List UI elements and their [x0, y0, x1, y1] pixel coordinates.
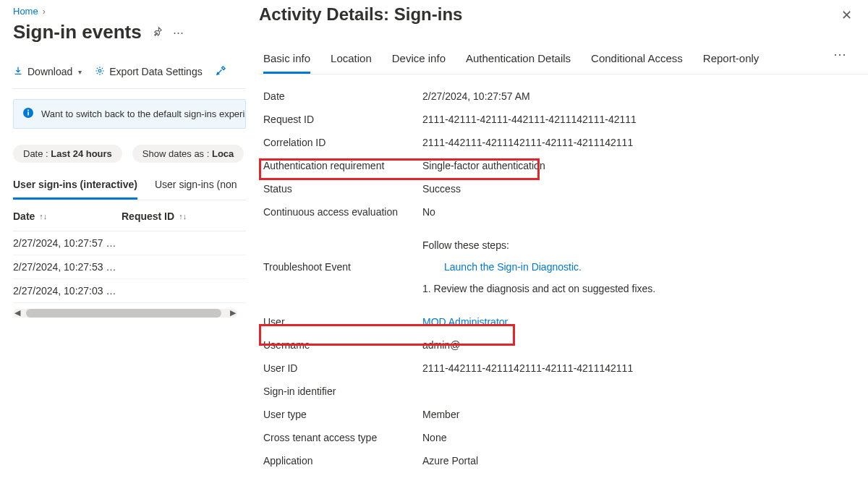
close-icon[interactable]: ✕ [841, 7, 852, 23]
export-label: Export Data Settings [109, 66, 202, 77]
details-title: Activity Details: Sign-ins [259, 4, 462, 25]
value-correlation-id: 2111-442111-4211142111-42111-4211142111 [422, 137, 633, 148]
tab-interactive[interactable]: User sign-ins (interactive) [13, 173, 137, 200]
value-user-type: Member [422, 409, 459, 420]
label-user: User [263, 316, 422, 328]
label-cross-tenant: Cross tenant access type [263, 432, 422, 443]
filter-show-label: Show dates as : [142, 148, 210, 159]
tab-conditional-access[interactable]: Conditional Access [591, 46, 683, 74]
value-user-id: 2111-442111-4211142111-42111-4211142111 [422, 362, 633, 374]
table-header: Date ↑↓ Request ID ↑↓ [13, 200, 246, 231]
cell-date: 2/27/2024, 10:27:57 … [13, 237, 122, 249]
column-date-label: Date [13, 210, 35, 222]
tab-device-info[interactable]: Device info [392, 46, 446, 74]
toolbar: Download ▾ Export Data Settings [13, 65, 246, 89]
scroll-left-icon[interactable]: ◀ [14, 308, 20, 318]
breadcrumb: Home › [13, 6, 246, 17]
kv-application: Application Azure Portal [263, 449, 868, 472]
column-request-id-label: Request ID [122, 210, 174, 222]
value-request-id: 2111-42111-42111-442111-4211142111-42111 [422, 114, 637, 125]
table-row[interactable]: 2/27/2024, 10:27:57 … [13, 231, 246, 255]
sort-icon: ↑↓ [39, 212, 47, 221]
cell-date: 2/27/2024, 10:27:53 … [13, 261, 122, 273]
signin-type-tabs: User sign-ins (interactive) User sign-in… [13, 173, 246, 200]
chevron-right-icon: › [43, 7, 46, 17]
gear-icon [95, 66, 105, 78]
kv-cae: Continuous access evaluation No [263, 200, 868, 223]
troubleshoot-follow: Follow these steps: [422, 239, 655, 251]
filter-showdates-pill[interactable]: Show dates as : Loca [132, 145, 244, 163]
svg-rect-2 [27, 112, 29, 116]
kv-signin-identifier: Sign-in identifier [263, 380, 868, 403]
label-date: Date [263, 90, 422, 102]
label-troubleshoot: Troubleshoot Event [263, 261, 422, 273]
horizontal-scrollbar[interactable]: ◀ ▶ [13, 309, 237, 318]
label-user-type: User type [263, 409, 422, 420]
tab-location[interactable]: Location [331, 46, 372, 74]
kv-user-id: User ID 2111-442111-4211142111-42111-421… [263, 357, 868, 380]
scroll-right-icon[interactable]: ▶ [230, 308, 236, 318]
kv-correlation-id: Correlation ID 2111-442111-4211142111-42… [263, 131, 868, 154]
label-username: Username [263, 339, 422, 351]
troubleshoot-step-1: 1. Review the diagnosis and act on sugge… [422, 283, 655, 294]
kv-username: Username admin@ [263, 333, 868, 357]
svg-point-0 [98, 69, 101, 72]
sort-icon: ↑↓ [179, 212, 187, 221]
table-row[interactable]: 2/27/2024, 10:27:03 … [13, 279, 246, 303]
page-title: Sign-in events [13, 21, 142, 43]
kv-user: User MOD Administrator [263, 310, 868, 333]
column-request-id[interactable]: Request ID ↑↓ [122, 210, 223, 222]
value-user-link[interactable]: MOD Administrator [422, 316, 508, 328]
details-header: Activity Details: Sign-ins ✕ [259, 4, 868, 25]
tab-authentication-details[interactable]: Authentication Details [466, 46, 571, 74]
download-button[interactable]: Download ▾ [13, 66, 82, 78]
cell-request-id [122, 237, 223, 249]
pin-icon[interactable] [152, 26, 163, 39]
value-cross-tenant: None [422, 432, 446, 443]
download-icon [13, 66, 23, 78]
kv-cross-tenant: Cross tenant access type None [263, 426, 868, 449]
filter-show-value: Loca [212, 148, 234, 159]
more-icon[interactable]: ⋯ [173, 26, 184, 39]
filter-pills: Date : Last 24 hours Show dates as : Loc… [13, 145, 246, 163]
label-status: Status [263, 183, 422, 195]
label-request-id: Request ID [263, 114, 422, 125]
value-application: Azure Portal [422, 455, 478, 467]
breadcrumb-home-link[interactable]: Home [13, 6, 38, 17]
label-cae: Continuous access evaluation [263, 206, 422, 218]
main-content: Home › Sign-in events ⋯ Download ▾ Expor… [0, 0, 246, 494]
kv-troubleshoot: Troubleshoot Event Follow these steps: L… [263, 223, 868, 310]
export-settings-button[interactable]: Export Data Settings [95, 66, 202, 78]
tools-icon[interactable] [216, 65, 226, 78]
cell-request-id [122, 285, 223, 297]
kv-date: Date 2/27/2024, 10:27:57 AM [263, 85, 868, 108]
kv-status: Status Success [263, 177, 868, 200]
info-banner: Want to switch back to the default sign-… [13, 99, 246, 129]
table-row[interactable]: 2/27/2024, 10:27:53 … [13, 255, 246, 279]
value-cae: No [422, 206, 435, 218]
cell-request-id [122, 261, 223, 273]
tab-basic-info[interactable]: Basic info [263, 46, 310, 74]
value-username: admin@ [422, 339, 460, 351]
basic-info-section: Date 2/27/2024, 10:27:57 AM Request ID 2… [259, 74, 868, 472]
tab-report-only[interactable]: Report-only [703, 46, 760, 74]
filter-date-label: Date : [23, 148, 48, 159]
value-date: 2/27/2024, 10:27:57 AM [422, 90, 530, 102]
tab-noninteractive[interactable]: User sign-ins (non [155, 173, 237, 200]
kv-auth-requirement: Authentication requirement Single-factor… [263, 154, 868, 177]
launch-signin-diagnostic-link[interactable]: Launch the Sign-in Diagnostic. [444, 261, 655, 273]
filter-date-value: Last 24 hours [51, 148, 112, 159]
label-correlation-id: Correlation ID [263, 137, 422, 148]
kv-request-id: Request ID 2111-42111-42111-442111-42111… [263, 108, 868, 131]
banner-text: Want to switch back to the default sign-… [41, 108, 244, 119]
chevron-down-icon: ▾ [78, 68, 82, 76]
cell-date: 2/27/2024, 10:27:03 … [13, 285, 122, 297]
value-status: Success [422, 183, 461, 195]
label-application: Application [263, 455, 422, 467]
more-tabs-icon[interactable]: ⋯ [833, 46, 848, 74]
column-date[interactable]: Date ↑↓ [13, 210, 122, 222]
scrollbar-thumb[interactable] [26, 309, 221, 318]
label-user-id: User ID [263, 362, 422, 374]
kv-user-type: User type Member [263, 403, 868, 426]
filter-date-pill[interactable]: Date : Last 24 hours [13, 145, 122, 163]
